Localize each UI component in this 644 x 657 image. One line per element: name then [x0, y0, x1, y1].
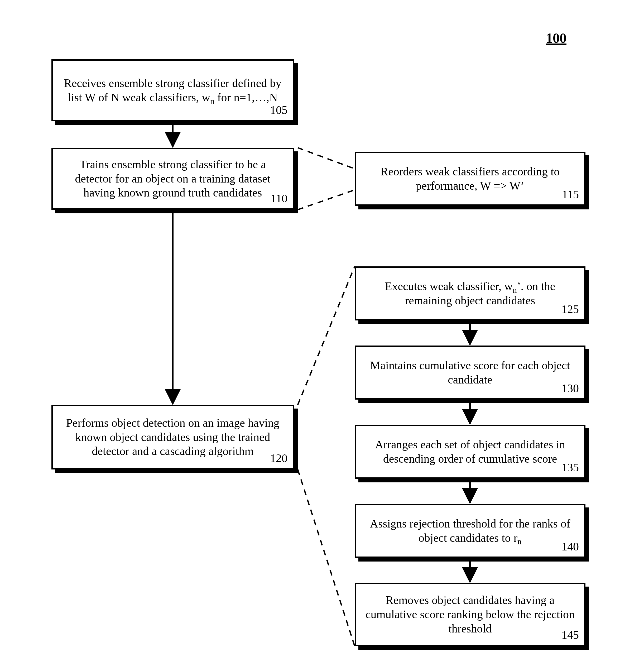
- figure-number: 100: [546, 30, 567, 46]
- flowchart-canvas: 100 Receives ensemble strong classifier …: [0, 0, 644, 657]
- box-140-text: Assigns rejection threshold for the rank…: [363, 517, 577, 545]
- box-130-text: Maintains cumulative score for each obje…: [363, 358, 577, 387]
- box-140: Assigns rejection threshold for the rank…: [355, 504, 585, 558]
- box-110: Trains ensemble strong classifier to be …: [51, 148, 294, 210]
- box-105-num: 105: [270, 104, 288, 117]
- dash-110-115-bot: [298, 190, 355, 210]
- box-115-text: Reorders weak classifiers according to p…: [363, 164, 577, 193]
- box-120-num: 120: [270, 452, 288, 465]
- box-125-text: Executes weak classifier, wn’. on the re…: [363, 279, 577, 308]
- box-135-num: 135: [561, 461, 579, 474]
- box-125-num: 125: [561, 302, 579, 316]
- box-110-num: 110: [271, 192, 288, 205]
- dash-120-125: [298, 266, 355, 405]
- box-135: Arranges each set of object candidates i…: [355, 425, 585, 479]
- box-125: Executes weak classifier, wn’. on the re…: [355, 266, 585, 320]
- box-130: Maintains cumulative score for each obje…: [355, 345, 585, 400]
- box-145: Removes object candidates having a cumul…: [355, 583, 585, 646]
- box-115: Reorders weak classifiers according to p…: [355, 152, 585, 206]
- box-135-text: Arranges each set of object candidates i…: [363, 437, 577, 466]
- dash-120-145: [298, 470, 355, 646]
- box-105-text: Receives ensemble strong classifier defi…: [60, 76, 285, 105]
- dash-110-115-top: [298, 148, 355, 169]
- box-105: Receives ensemble strong classifier defi…: [51, 59, 294, 121]
- box-110-text: Trains ensemble strong classifier to be …: [60, 157, 285, 200]
- box-140-num: 140: [561, 540, 579, 553]
- box-115-num: 115: [562, 188, 579, 201]
- box-145-num: 145: [561, 628, 579, 642]
- box-145-text: Removes object candidates having a cumul…: [363, 593, 577, 636]
- box-120-text: Performs object detection on an image ha…: [60, 416, 285, 458]
- box-120: Performs object detection on an image ha…: [51, 405, 294, 470]
- box-130-num: 130: [561, 382, 579, 395]
